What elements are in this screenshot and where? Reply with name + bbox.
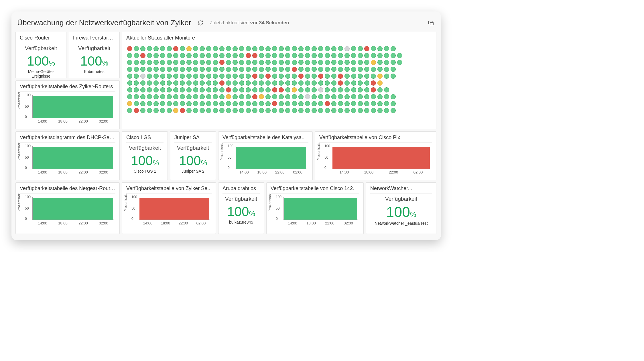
status-dot[interactable]: [384, 74, 389, 79]
panel-zylker-se-chart[interactable]: Verfügbarkeitstabelle von Zylker Se.. Pr…: [122, 182, 216, 234]
status-dot[interactable]: [312, 94, 317, 99]
panel-status-all[interactable]: Aktueller Status aller Monitore: [122, 32, 436, 129]
status-dot[interactable]: [305, 108, 310, 113]
status-dot[interactable]: [259, 53, 264, 58]
status-dot[interactable]: [252, 46, 257, 51]
status-dot[interactable]: [153, 67, 159, 72]
status-dot[interactable]: [305, 60, 310, 65]
status-dot[interactable]: [186, 80, 192, 86]
status-dot[interactable]: [219, 60, 224, 65]
status-dot[interactable]: [147, 101, 152, 106]
status-dot[interactable]: [259, 80, 264, 86]
status-dot[interactable]: [279, 67, 284, 72]
status-dot[interactable]: [134, 46, 139, 51]
status-dot[interactable]: [351, 108, 356, 113]
status-dot[interactable]: [358, 53, 363, 58]
status-dot[interactable]: [233, 80, 238, 86]
status-dot[interactable]: [213, 87, 218, 92]
status-dot[interactable]: [193, 94, 198, 99]
status-dot[interactable]: [265, 101, 271, 106]
status-dot[interactable]: [344, 108, 350, 113]
status-dot[interactable]: [351, 60, 356, 65]
panel-dhcp-chart[interactable]: Verfügbarkeitsdiagramm des DHCP-Serve.. …: [15, 131, 120, 180]
status-dot[interactable]: [292, 74, 297, 79]
status-dot[interactable]: [160, 108, 165, 113]
status-dot[interactable]: [160, 60, 165, 65]
status-dot[interactable]: [265, 46, 271, 51]
status-dot[interactable]: [246, 67, 251, 72]
status-dot[interactable]: [226, 94, 231, 99]
status-dot[interactable]: [153, 87, 159, 92]
status-dot[interactable]: [239, 80, 244, 86]
status-dot[interactable]: [186, 60, 192, 65]
panel-cisco-gs[interactable]: Cisco I GS Verfügbarkeit 100% Cisco I GS…: [122, 131, 168, 180]
status-dot[interactable]: [219, 80, 224, 86]
status-dot[interactable]: [200, 101, 205, 106]
status-dot[interactable]: [167, 80, 172, 86]
status-dot[interactable]: [338, 101, 343, 106]
status-dot[interactable]: [292, 80, 297, 86]
status-dot[interactable]: [377, 101, 383, 106]
status-dot[interactable]: [292, 60, 297, 65]
status-dot[interactable]: [358, 101, 363, 106]
status-dot[interactable]: [305, 53, 310, 58]
status-dot[interactable]: [318, 94, 323, 99]
status-dot[interactable]: [140, 108, 145, 113]
panel-networkwatcher[interactable]: NetworkWatcher... Verfügbarkeit 100% Net…: [366, 182, 436, 234]
status-dot[interactable]: [219, 53, 224, 58]
status-dot[interactable]: [318, 60, 323, 65]
status-dot[interactable]: [173, 46, 178, 51]
status-dot[interactable]: [219, 101, 224, 106]
status-dot[interactable]: [371, 60, 376, 65]
status-dot[interactable]: [134, 60, 139, 65]
status-dot[interactable]: [298, 46, 304, 51]
status-dot[interactable]: [265, 80, 271, 86]
status-dot[interactable]: [206, 108, 211, 113]
status-dot[interactable]: [127, 80, 132, 86]
status-dot[interactable]: [265, 108, 271, 113]
status-dot[interactable]: [364, 87, 369, 92]
status-dot[interactable]: [325, 67, 330, 72]
status-dot[interactable]: [298, 101, 304, 106]
status-dot[interactable]: [252, 108, 257, 113]
status-dot[interactable]: [331, 94, 336, 99]
status-dot[interactable]: [371, 46, 376, 51]
status-dot[interactable]: [200, 94, 205, 99]
status-dot[interactable]: [259, 94, 264, 99]
status-dot[interactable]: [279, 87, 284, 92]
status-dot[interactable]: [364, 67, 369, 72]
status-dot[interactable]: [147, 46, 152, 51]
status-dot[interactable]: [371, 108, 376, 113]
panel-catalyst-chart[interactable]: Verfügbarkeitstabelle des Katalysa.. Pro…: [218, 131, 313, 180]
status-dot[interactable]: [279, 46, 284, 51]
status-dot[interactable]: [200, 67, 205, 72]
status-dot[interactable]: [186, 108, 192, 113]
status-dot[interactable]: [344, 94, 350, 99]
status-dot[interactable]: [279, 94, 284, 99]
status-dot[interactable]: [173, 94, 178, 99]
status-dot[interactable]: [305, 80, 310, 86]
status-dot[interactable]: [226, 60, 231, 65]
status-dot[interactable]: [384, 101, 389, 106]
status-dot[interactable]: [160, 67, 165, 72]
status-dot[interactable]: [167, 108, 172, 113]
status-dot[interactable]: [338, 74, 343, 79]
status-dot[interactable]: [259, 74, 264, 79]
status-dot[interactable]: [252, 80, 257, 86]
status-dot[interactable]: [377, 67, 383, 72]
status-dot[interactable]: [134, 80, 139, 86]
status-dot[interactable]: [325, 53, 330, 58]
status-dot[interactable]: [180, 67, 185, 72]
status-dot[interactable]: [134, 108, 139, 113]
status-dot[interactable]: [160, 87, 165, 92]
status-dot[interactable]: [213, 67, 218, 72]
status-dot[interactable]: [200, 74, 205, 79]
status-dot[interactable]: [213, 80, 218, 86]
status-dot[interactable]: [239, 87, 244, 92]
status-dot[interactable]: [127, 60, 132, 65]
status-dot[interactable]: [265, 67, 271, 72]
status-dot[interactable]: [206, 101, 211, 106]
status-dot[interactable]: [127, 67, 132, 72]
status-dot[interactable]: [371, 87, 376, 92]
status-dot[interactable]: [325, 101, 330, 106]
